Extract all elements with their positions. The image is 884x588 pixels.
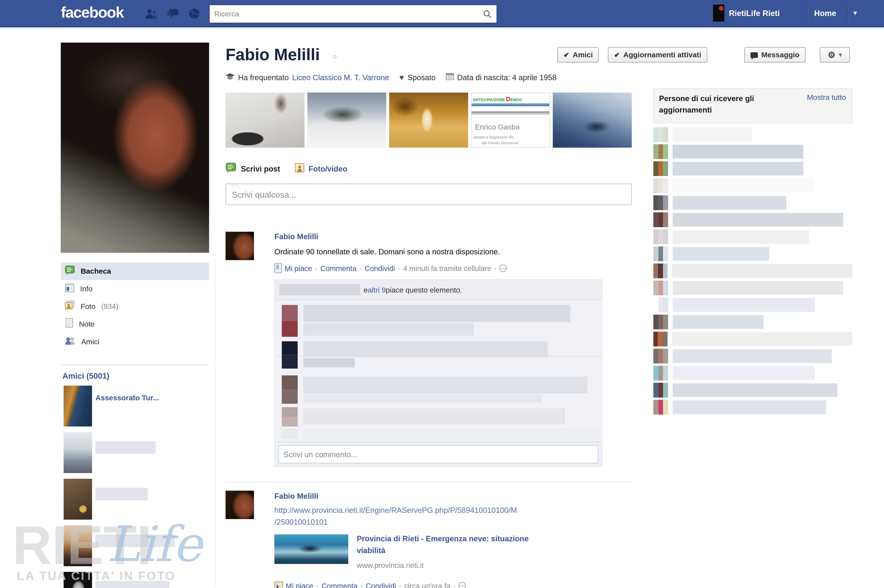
privacy-globe-icon <box>500 264 507 272</box>
update-person-row[interactable] <box>653 297 852 314</box>
redacted-comment-avatar <box>282 429 298 439</box>
avatar <box>653 332 668 346</box>
friends-count-header[interactable]: Amici (5001) <box>63 372 110 381</box>
like-link[interactable]: Mi piace <box>285 264 312 272</box>
account-avatar[interactable] <box>713 4 725 22</box>
redacted-person-name <box>673 298 815 312</box>
poster-candidate-name: Enrico Gasba <box>475 123 520 131</box>
write-post-tab[interactable]: Scrivi post <box>241 165 280 173</box>
post-author-link[interactable]: Fabio Melilli <box>275 232 318 241</box>
comment-link[interactable]: Commenta <box>320 264 356 272</box>
profile-subtitle: Ha frequentato Liceo Classico M. T. Varr… <box>225 72 623 83</box>
link-preview-title-line2[interactable]: viabilità <box>357 546 386 555</box>
update-person-row[interactable] <box>653 330 852 348</box>
redacted-comment-text <box>303 305 570 322</box>
update-person-row[interactable] <box>653 399 852 416</box>
privacy-globe-icon <box>459 582 466 588</box>
friend-list-item[interactable] <box>63 525 211 572</box>
update-person-row[interactable] <box>653 245 852 262</box>
update-person-row[interactable] <box>653 279 852 297</box>
avatar <box>653 280 668 295</box>
update-person-row[interactable] <box>653 314 852 330</box>
redacted-comment-text <box>303 358 354 368</box>
sidebar-item-info[interactable]: Info <box>61 280 209 297</box>
separator: · <box>399 582 402 588</box>
profile-photo-strip-item[interactable] <box>553 93 632 148</box>
link-preview-thumbnail[interactable] <box>275 534 348 564</box>
update-person-row[interactable] <box>653 364 852 382</box>
sidebar-item-amici[interactable]: Amici <box>61 333 209 351</box>
calendar-icon <box>446 73 454 82</box>
comment-link[interactable]: Commenta <box>321 582 357 588</box>
sidebar-item-foto[interactable]: Foto (934) <box>61 297 209 315</box>
update-person-row[interactable] <box>653 160 852 177</box>
update-person-row[interactable] <box>653 177 852 194</box>
friend-list-item[interactable] <box>63 479 211 525</box>
status-input[interactable] <box>226 184 631 204</box>
update-person-row[interactable] <box>653 262 852 279</box>
update-person-row[interactable] <box>653 212 852 228</box>
settings-button[interactable]: ⚙ ▾ <box>820 47 850 63</box>
update-person-row[interactable] <box>653 348 852 364</box>
profile-photo-strip-item[interactable]: ARTECIPAZIONE DEMOCEnrico Gasbadidato a … <box>471 93 550 148</box>
post-timestamp[interactable]: circa un'ora fa <box>404 582 450 588</box>
facebook-logo[interactable]: facebook <box>61 4 124 22</box>
sidebar-item-bacheca[interactable]: Bacheca <box>61 262 209 280</box>
update-person-row[interactable] <box>653 228 852 245</box>
post-timestamp[interactable]: 4 minuti fa tramite cellulare <box>403 264 491 272</box>
update-person-row[interactable] <box>653 126 852 143</box>
other-likers-link[interactable]: altri 9 <box>368 285 386 294</box>
redacted-friend-name <box>96 581 170 588</box>
share-link[interactable]: Condividi <box>365 264 395 272</box>
friend-avatar <box>63 525 92 566</box>
home-link[interactable]: Home <box>814 9 836 18</box>
info-icon <box>65 283 74 295</box>
update-person-row[interactable] <box>653 143 852 160</box>
link-preview-source: www.provincia.rieti.it <box>357 561 424 570</box>
update-person-row[interactable] <box>653 382 852 399</box>
sidebar-item-note[interactable]: Note <box>61 315 209 333</box>
show-all-link[interactable]: Mostra tutto <box>807 93 846 102</box>
post-url-line1[interactable]: http://www.provincia.rieti.it/Engine/RAS… <box>275 506 517 514</box>
sidebar-item-label: Note <box>79 320 95 328</box>
account-menu-caret-icon[interactable]: ▾ <box>853 9 857 17</box>
link-preview-title[interactable]: Provincia di Rieti - Emergenza neve: sit… <box>357 534 528 543</box>
poster-headline: ARTECIPAZIONE DEMOC <box>473 96 522 102</box>
profile-photo-strip-item[interactable] <box>225 93 305 148</box>
profile-photo-strip-item[interactable] <box>308 93 386 148</box>
redacted-person-name <box>673 349 832 363</box>
post-author-avatar[interactable] <box>225 232 254 260</box>
photo-video-tab[interactable]: Foto/video <box>295 163 347 174</box>
friend-requests-icon[interactable] <box>144 8 159 20</box>
redacted-person-name <box>673 162 803 176</box>
separator: · <box>453 582 456 588</box>
separator: · <box>315 264 317 272</box>
update-person-row[interactable] <box>653 194 852 211</box>
profile-picture[interactable] <box>61 43 209 253</box>
message-button[interactable]: Messaggio <box>744 47 806 63</box>
search-icon[interactable] <box>478 6 497 22</box>
messages-icon[interactable] <box>165 8 180 20</box>
post-author-avatar[interactable] <box>225 490 254 519</box>
notifications-globe-icon[interactable] <box>187 8 202 20</box>
profile-photo-strip-item[interactable] <box>389 93 468 148</box>
friend-list-item[interactable] <box>63 432 211 479</box>
updates-enabled-button[interactable]: ✔ Aggiornamenti attivati <box>608 47 708 63</box>
redacted-person-name <box>673 247 769 261</box>
post-url-line2[interactable]: /250010010101 <box>275 518 328 526</box>
education-link[interactable]: Liceo Classico M. T. Varrone <box>292 73 389 81</box>
friends-button[interactable]: ✔ Amici <box>557 47 599 63</box>
friend-list-item[interactable] <box>63 572 211 588</box>
friend-name-link[interactable]: Assessorato Tur... <box>96 394 159 402</box>
separator: · <box>398 264 400 272</box>
like-link[interactable]: Mi piace <box>286 582 313 588</box>
search-input[interactable] <box>210 9 478 18</box>
post-author-link[interactable]: Fabio Melilli <box>275 492 318 500</box>
redacted-person-name <box>672 264 852 278</box>
account-name-link[interactable]: RietiLife Rieti <box>729 9 780 18</box>
share-link[interactable]: Condividi <box>366 582 396 588</box>
redacted-person-name <box>673 366 815 380</box>
friend-list-item[interactable]: Assessorato Tur... <box>63 386 211 432</box>
separator: · <box>359 264 362 272</box>
comment-input[interactable] <box>278 445 598 464</box>
